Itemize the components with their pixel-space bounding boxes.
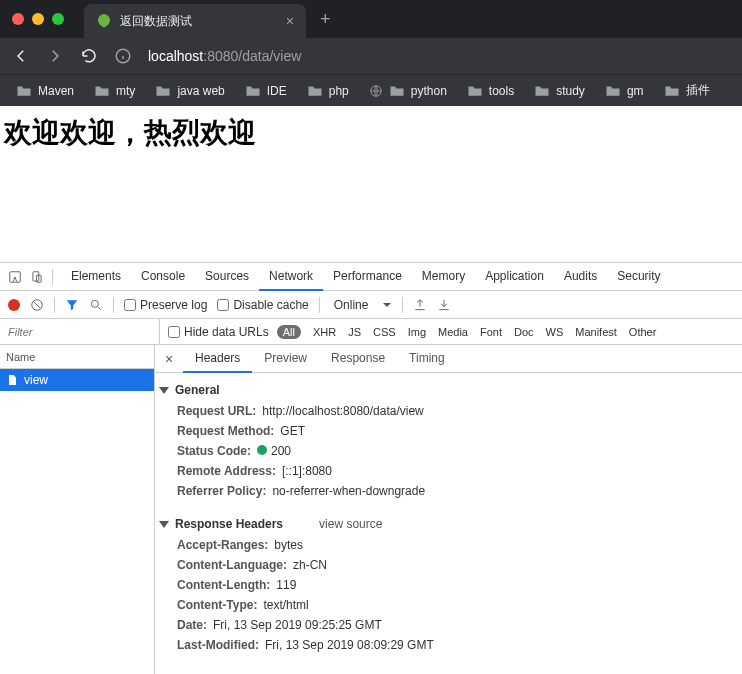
maximize-window-button[interactable] xyxy=(52,13,64,25)
file-icon xyxy=(6,373,18,387)
filter-type-js[interactable]: JS xyxy=(342,326,367,338)
preserve-log-checkbox[interactable]: Preserve log xyxy=(124,298,207,312)
minimize-window-button[interactable] xyxy=(32,13,44,25)
section-header[interactable]: Response Headersview source xyxy=(159,513,738,535)
bookmark-item[interactable]: Maven xyxy=(8,82,82,100)
bookmark-label: study xyxy=(556,84,585,98)
record-button[interactable] xyxy=(8,299,20,311)
device-toggle-icon[interactable] xyxy=(30,270,44,284)
filter-type-ws[interactable]: WS xyxy=(540,326,570,338)
devtools-tab-elements[interactable]: Elements xyxy=(61,263,131,291)
filter-icon[interactable] xyxy=(65,298,79,312)
header-row: Content-Type:text/html xyxy=(159,595,738,615)
header-row: Last-Modified:Fri, 13 Sep 2019 08:09:29 … xyxy=(159,635,738,655)
bookmark-item[interactable]: tools xyxy=(459,82,522,100)
bookmark-item[interactable]: python xyxy=(361,82,455,100)
bookmark-item[interactable]: php xyxy=(299,82,357,100)
svg-rect-5 xyxy=(33,271,39,280)
filter-type-doc[interactable]: Doc xyxy=(508,326,540,338)
folder-icon xyxy=(534,84,550,97)
request-name: view xyxy=(24,373,48,387)
new-tab-button[interactable]: + xyxy=(320,9,331,30)
status-dot-icon xyxy=(257,445,267,455)
window-titlebar: 返回数据测试 × + xyxy=(0,0,742,38)
filter-type-media[interactable]: Media xyxy=(432,326,474,338)
bookmark-item[interactable]: mty xyxy=(86,82,143,100)
detail-tab-timing[interactable]: Timing xyxy=(397,345,457,373)
reload-button[interactable] xyxy=(80,47,98,65)
filter-type-img[interactable]: Img xyxy=(402,326,432,338)
devtools-tab-console[interactable]: Console xyxy=(131,263,195,291)
filter-type-font[interactable]: Font xyxy=(474,326,508,338)
header-value: [::1]:8080 xyxy=(282,464,332,478)
preserve-log-label: Preserve log xyxy=(140,298,207,312)
request-detail: × HeadersPreviewResponseTiming GeneralRe… xyxy=(155,345,742,674)
header-key: Status Code: xyxy=(177,444,251,458)
expand-icon xyxy=(159,521,169,528)
filter-type-css[interactable]: CSS xyxy=(367,326,402,338)
devtools-tab-security[interactable]: Security xyxy=(607,263,670,291)
folder-icon xyxy=(389,84,405,97)
devtools-tab-network[interactable]: Network xyxy=(259,263,323,291)
search-icon[interactable] xyxy=(89,298,103,312)
detail-tab-preview[interactable]: Preview xyxy=(252,345,319,373)
bookmark-item[interactable]: gm xyxy=(597,82,652,100)
svg-line-10 xyxy=(98,306,101,309)
header-key: Referrer Policy: xyxy=(177,484,266,498)
filter-type-manifest[interactable]: Manifest xyxy=(569,326,623,338)
filter-all-pill[interactable]: All xyxy=(277,325,301,339)
header-key: Content-Language: xyxy=(177,558,287,572)
upload-icon[interactable] xyxy=(413,298,427,312)
header-key: Date: xyxy=(177,618,207,632)
devtools-tab-performance[interactable]: Performance xyxy=(323,263,412,291)
hide-data-urls-checkbox[interactable]: Hide data URLs xyxy=(160,325,277,339)
section-header[interactable]: General xyxy=(159,379,738,401)
header-value: Fri, 13 Sep 2019 08:09:29 GMT xyxy=(265,638,434,652)
network-toolbar: Preserve log Disable cache Online xyxy=(0,291,742,319)
filter-type-xhr[interactable]: XHR xyxy=(307,326,342,338)
separator xyxy=(54,297,55,313)
page-content: 欢迎欢迎，热烈欢迎 xyxy=(0,106,742,262)
bookmark-item[interactable]: IDE xyxy=(237,82,295,100)
svg-point-9 xyxy=(91,300,98,307)
view-source-link[interactable]: view source xyxy=(319,517,382,531)
bookmark-label: gm xyxy=(627,84,644,98)
url-text[interactable]: localhost:8080/data/view xyxy=(148,48,301,64)
detail-tab-headers[interactable]: Headers xyxy=(183,345,252,373)
detail-tabs: × HeadersPreviewResponseTiming xyxy=(155,345,742,373)
header-row: Date:Fri, 13 Sep 2019 09:25:25 GMT xyxy=(159,615,738,635)
tab-close-icon[interactable]: × xyxy=(286,13,294,29)
header-key: Remote Address: xyxy=(177,464,276,478)
traffic-lights xyxy=(0,13,64,25)
back-button[interactable] xyxy=(12,47,30,65)
disable-cache-checkbox[interactable]: Disable cache xyxy=(217,298,308,312)
throttle-select[interactable]: Online xyxy=(330,298,373,312)
close-window-button[interactable] xyxy=(12,13,24,25)
request-row[interactable]: view xyxy=(0,369,154,391)
dropdown-icon[interactable] xyxy=(382,300,392,310)
devtools-tab-sources[interactable]: Sources xyxy=(195,263,259,291)
bookmark-label: tools xyxy=(489,84,514,98)
devtools-tab-application[interactable]: Application xyxy=(475,263,554,291)
bookmark-item[interactable]: java web xyxy=(147,82,232,100)
detail-close-icon[interactable]: × xyxy=(155,351,183,367)
url-path: /data/view xyxy=(238,48,301,64)
bookmark-item[interactable]: study xyxy=(526,82,593,100)
clear-button[interactable] xyxy=(30,298,44,312)
filter-input[interactable] xyxy=(0,319,160,344)
inspect-icon[interactable] xyxy=(8,270,22,284)
filter-type-other[interactable]: Other xyxy=(623,326,663,338)
download-icon[interactable] xyxy=(437,298,451,312)
bookmark-item[interactable]: 插件 xyxy=(656,80,718,101)
header-value: zh-CN xyxy=(293,558,327,572)
devtools-tab-memory[interactable]: Memory xyxy=(412,263,475,291)
expand-icon xyxy=(159,387,169,394)
site-info-icon[interactable] xyxy=(114,47,132,65)
header-value: no-referrer-when-downgrade xyxy=(272,484,425,498)
tab-title: 返回数据测试 xyxy=(120,13,192,30)
detail-tab-response[interactable]: Response xyxy=(319,345,397,373)
forward-button[interactable] xyxy=(46,47,64,65)
browser-tab[interactable]: 返回数据测试 × xyxy=(84,4,306,38)
devtools-tab-audits[interactable]: Audits xyxy=(554,263,607,291)
name-column-header[interactable]: Name xyxy=(0,345,154,369)
